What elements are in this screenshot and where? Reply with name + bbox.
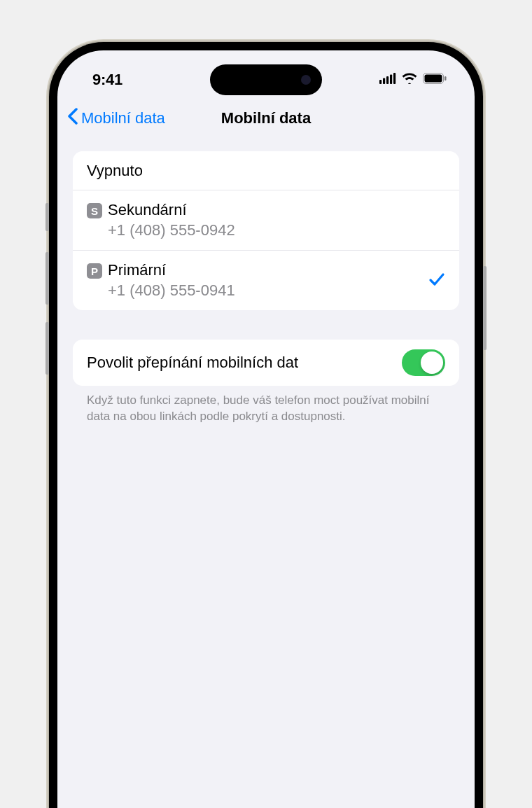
content: Vypnuto S Sekundární +1 (408) 555-0942 P bbox=[57, 139, 475, 425]
sim-number: +1 (408) 555-0942 bbox=[108, 221, 235, 241]
option-sim-secondary[interactable]: S Sekundární +1 (408) 555-0942 bbox=[73, 190, 459, 251]
cellular-icon bbox=[379, 73, 396, 87]
phone-frame: 9:41 bbox=[49, 42, 483, 808]
toggle-knob bbox=[421, 351, 443, 374]
battery-icon bbox=[423, 73, 447, 87]
svg-rect-1 bbox=[383, 78, 385, 85]
sim-badge-icon: P bbox=[87, 263, 102, 279]
toggle-group: Povolit přepínání mobilních dat bbox=[73, 340, 459, 386]
footer-description: Když tuto funkci zapnete, bude váš telef… bbox=[73, 386, 459, 425]
status-time: 9:41 bbox=[92, 71, 122, 89]
sim-number: +1 (408) 555-0941 bbox=[108, 281, 235, 301]
back-label: Mobilní data bbox=[81, 109, 165, 127]
side-button bbox=[46, 252, 49, 305]
svg-rect-7 bbox=[444, 76, 447, 81]
dynamic-island bbox=[210, 64, 322, 95]
nav-bar: Mobilní data Mobilní data bbox=[57, 99, 475, 139]
svg-rect-2 bbox=[386, 76, 388, 84]
allow-data-switching-row: Povolit přepínání mobilních dat bbox=[73, 340, 459, 386]
status-icons bbox=[379, 73, 447, 87]
back-button[interactable]: Mobilní data bbox=[67, 108, 165, 129]
option-off[interactable]: Vypnuto bbox=[73, 151, 459, 190]
side-button bbox=[46, 322, 49, 375]
side-button bbox=[46, 203, 49, 231]
page-title: Mobilní data bbox=[221, 109, 311, 127]
svg-rect-3 bbox=[390, 75, 392, 85]
option-off-label: Vypnuto bbox=[87, 162, 143, 180]
sim-name: Sekundární bbox=[108, 200, 235, 221]
svg-rect-0 bbox=[379, 80, 382, 84]
allow-data-switching-toggle[interactable] bbox=[402, 349, 445, 376]
side-button bbox=[483, 266, 486, 350]
sim-info: S Sekundární +1 (408) 555-0942 bbox=[87, 200, 235, 240]
sim-badge-icon: S bbox=[87, 203, 102, 218]
sim-name: Primární bbox=[108, 260, 235, 281]
svg-rect-6 bbox=[425, 75, 442, 83]
option-sim-primary[interactable]: P Primární +1 (408) 555-0941 bbox=[73, 251, 459, 310]
sim-selection-group: Vypnuto S Sekundární +1 (408) 555-0942 P bbox=[73, 151, 459, 310]
checkmark-icon bbox=[428, 272, 445, 290]
sim-info: P Primární +1 (408) 555-0941 bbox=[87, 260, 235, 300]
toggle-label: Povolit přepínání mobilních dat bbox=[87, 354, 298, 372]
screen: 9:41 bbox=[57, 50, 475, 808]
chevron-left-icon bbox=[67, 108, 78, 129]
svg-rect-4 bbox=[393, 73, 396, 84]
wifi-icon bbox=[402, 73, 417, 87]
